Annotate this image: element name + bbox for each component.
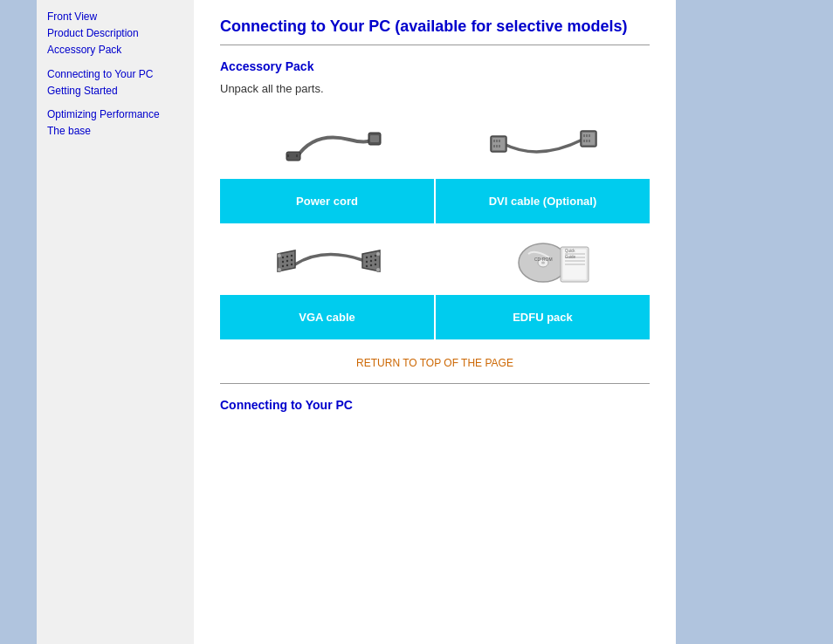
connecting-to-pc-title: Connecting to Your PC [220, 398, 650, 412]
accessory-pack-title: Accessory Pack [220, 59, 650, 73]
bottom-divider [220, 383, 650, 384]
sidebar-item-optimizing[interactable]: Optimizing Performance [47, 106, 183, 123]
sidebar-item-accessory-pack[interactable]: Accessory Pack [47, 42, 183, 58]
unpack-description: Unpack all the parts. [220, 82, 650, 95]
svg-point-34 [365, 257, 367, 258]
vga-cable-label: VGA cable [220, 295, 434, 339]
power-cord-image [220, 109, 434, 179]
sidebar: Front View Product Description Accessory… [37, 0, 194, 644]
accessory-dvi-cable: DVI cable (Optional) [436, 109, 650, 223]
top-divider [220, 45, 650, 45]
outer-wrapper: Front View Product Description Accessory… [0, 0, 833, 644]
page-title: Connecting to Your PC (available for sel… [220, 17, 650, 36]
accessory-power-cord: Power cord [220, 109, 434, 223]
accessory-vga-cable: VGA cable [220, 225, 434, 339]
left-margin [0, 0, 37, 644]
dvi-cable-image [436, 109, 650, 179]
svg-point-23 [286, 256, 287, 257]
svg-rect-4 [370, 135, 379, 142]
svg-point-31 [277, 254, 281, 258]
right-margin [676, 0, 833, 644]
sidebar-group-2: Connecting to Your PC Getting Started [47, 66, 183, 99]
sidebar-item-product-description[interactable]: Product Description [47, 25, 183, 42]
svg-text:Guide: Guide [565, 255, 576, 259]
sidebar-group-3: Optimizing Performance The base [47, 106, 183, 140]
sidebar-group-1: Front View Product Description Accessory… [47, 9, 183, 59]
svg-point-29 [286, 264, 287, 266]
svg-point-32 [277, 268, 281, 272]
svg-point-25 [281, 261, 283, 263]
svg-point-26 [286, 260, 287, 262]
svg-point-38 [369, 260, 371, 262]
vga-cable-image [220, 225, 434, 295]
svg-point-22 [281, 257, 283, 258]
svg-point-42 [374, 264, 375, 265]
edfu-pack-label: EDFU pack [436, 295, 650, 339]
svg-point-28 [281, 265, 283, 267]
svg-point-30 [290, 264, 292, 265]
power-cord-svg [271, 113, 384, 175]
svg-point-40 [365, 265, 367, 267]
svg-point-24 [290, 255, 292, 257]
svg-point-35 [369, 256, 371, 257]
edfu-pack-image: CD-ROM Quick Guide [436, 225, 650, 295]
return-to-top-link[interactable]: RETURN TO TOP OF THE PAGE [220, 357, 650, 369]
dvi-cable-label: DVI cable (Optional) [436, 179, 650, 223]
accessory-grid: Power cord [220, 109, 650, 339]
svg-point-44 [375, 268, 380, 272]
accessory-pack-section: Accessory Pack Unpack all the parts. [220, 59, 650, 412]
sidebar-item-base[interactable]: The base [47, 123, 183, 140]
accessory-edfu-pack: CD-ROM Quick Guide [436, 225, 650, 339]
svg-point-37 [365, 261, 367, 263]
svg-text:Quick: Quick [565, 249, 575, 253]
sidebar-item-getting-started[interactable]: Getting Started [47, 83, 183, 99]
main-content: Connecting to Your PC (available for sel… [194, 0, 676, 644]
edfu-pack-svg: CD-ROM Quick Guide [486, 230, 600, 291]
sidebar-item-connecting[interactable]: Connecting to Your PC [47, 66, 183, 83]
vga-cable-svg [271, 230, 384, 291]
power-cord-label: Power cord [220, 179, 434, 223]
sidebar-item-front-view[interactable]: Front View [47, 9, 183, 25]
svg-point-41 [369, 264, 371, 266]
svg-point-39 [374, 259, 375, 261]
dvi-cable-svg [486, 113, 600, 175]
svg-point-27 [290, 259, 292, 261]
svg-point-43 [375, 252, 380, 257]
svg-text:CD-ROM: CD-ROM [534, 257, 553, 262]
